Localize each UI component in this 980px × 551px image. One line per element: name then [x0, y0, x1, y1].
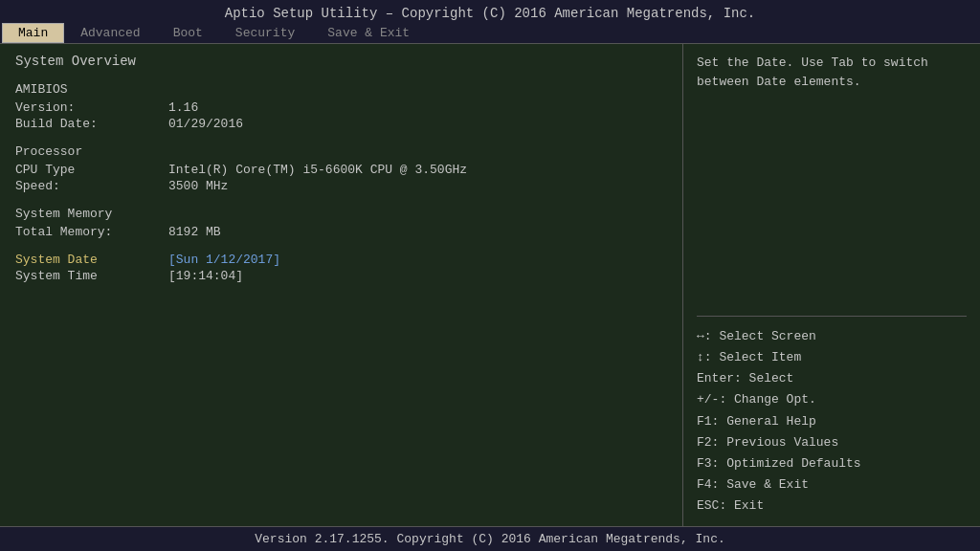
keybind-f1: F1: General Help — [697, 411, 967, 432]
help-text: Set the Date. Use Tab to switch between … — [697, 54, 967, 91]
title-bar: Aptio Setup Utility – Copyright (C) 2016… — [0, 0, 980, 23]
build-date-label: Build Date: — [15, 117, 168, 131]
speed-label: Speed: — [15, 179, 168, 193]
system-date-row[interactable]: System Date [Sun 1/12/2017] — [15, 253, 667, 267]
speed-value: 3500 MHz — [168, 179, 228, 193]
system-time-value[interactable]: [19:14:04] — [168, 269, 243, 283]
keybind-esc: ESC: Exit — [697, 496, 967, 517]
keybinds: ↔: Select Screen ↕: Select Item Enter: S… — [697, 326, 967, 517]
system-time-label: System Time — [15, 269, 168, 283]
keybind-f4: F4: Save & Exit — [697, 474, 967, 496]
keybind-change-opt: +/-: Change Opt. — [697, 389, 967, 410]
keybind-select-screen: ↔: Select Screen — [697, 326, 967, 347]
left-panel: System Overview AMIBIOS Version: 1.16 Bu… — [0, 44, 683, 526]
tab-row: Main Advanced Boot Security Save & Exit — [0, 23, 980, 43]
processor-subsection: Processor — [15, 144, 667, 159]
keybind-enter: Enter: Select — [697, 368, 967, 389]
cpu-type-value: Intel(R) Core(TM) i5-6600K CPU @ 3.50GHz — [168, 163, 467, 177]
build-date-row: Build Date: 01/29/2016 — [15, 117, 667, 131]
keybind-f3: F3: Optimized Defaults — [697, 453, 967, 474]
system-date-value[interactable]: [Sun 1/12/2017] — [168, 253, 280, 267]
tab-advanced[interactable]: Advanced — [64, 23, 156, 43]
cpu-type-label: CPU Type — [15, 163, 168, 177]
tab-save-exit[interactable]: Save & Exit — [311, 23, 426, 43]
right-panel: Set the Date. Use Tab to switch between … — [683, 44, 980, 526]
main-area: System Overview AMIBIOS Version: 1.16 Bu… — [0, 43, 980, 526]
bios-subsection: AMIBIOS — [15, 82, 667, 97]
total-memory-row: Total Memory: 8192 MB — [15, 225, 667, 239]
title-text: Aptio Setup Utility – Copyright (C) 2016… — [225, 6, 756, 21]
version-label: Version: — [15, 100, 168, 115]
total-memory-label: Total Memory: — [15, 225, 168, 239]
tab-security[interactable]: Security — [219, 23, 311, 43]
tab-main[interactable]: Main — [2, 23, 64, 43]
keybind-select-item: ↕: Select Item — [697, 347, 967, 368]
total-memory-value: 8192 MB — [168, 225, 221, 239]
divider — [697, 316, 967, 317]
keybind-f2: F2: Previous Values — [697, 432, 967, 453]
bios-screen: Aptio Setup Utility – Copyright (C) 2016… — [0, 0, 980, 551]
speed-row: Speed: 3500 MHz — [15, 179, 667, 193]
system-date-label: System Date — [15, 253, 168, 267]
section-title: System Overview — [15, 54, 667, 69]
system-time-row[interactable]: System Time [19:14:04] — [15, 269, 667, 283]
version-row: Version: 1.16 — [15, 100, 667, 115]
cpu-type-row: CPU Type Intel(R) Core(TM) i5-6600K CPU … — [15, 163, 667, 177]
build-date-value: 01/29/2016 — [168, 117, 243, 131]
bottom-text: Version 2.17.1255. Copyright (C) 2016 Am… — [255, 532, 724, 546]
bottom-bar: Version 2.17.1255. Copyright (C) 2016 Am… — [0, 526, 980, 551]
tab-boot[interactable]: Boot — [157, 23, 219, 43]
memory-subsection: System Memory — [15, 207, 667, 221]
version-value: 1.16 — [168, 100, 198, 115]
